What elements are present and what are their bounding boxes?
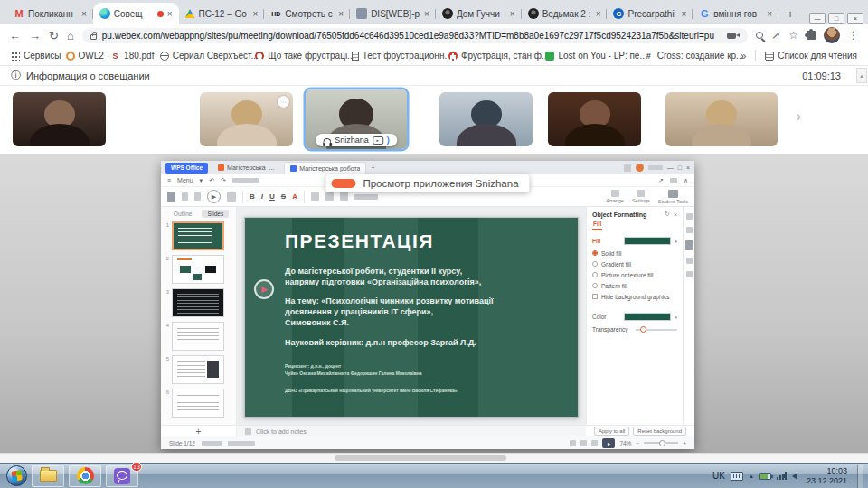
language-indicator[interactable]: UK	[712, 471, 725, 481]
bookmarks-overflow-chevron[interactable]: »	[741, 51, 747, 61]
tab-close-icon[interactable]: ×	[167, 9, 173, 19]
student-tools-button[interactable]: Student Tools	[658, 190, 688, 204]
bookmark-services[interactable]: Сервисы	[11, 51, 53, 61]
tab-close-icon[interactable]: ×	[253, 9, 259, 19]
slide-thumbnail-2[interactable]	[172, 255, 224, 284]
bold-button[interactable]: B	[250, 192, 255, 201]
arrange-button[interactable]: Arrange	[606, 190, 624, 203]
tab-close-icon[interactable]: ×	[596, 9, 601, 19]
color-swatch[interactable]	[624, 313, 671, 321]
reading-view-icon[interactable]	[591, 440, 598, 446]
bookmark-star-icon[interactable]: ☆	[788, 30, 798, 41]
slide-thumbnail-3[interactable]	[172, 288, 224, 317]
slideshow-button[interactable]: ▸	[602, 438, 615, 448]
underline-button[interactable]: U	[269, 192, 275, 201]
undo-icon[interactable]: ↶	[209, 177, 214, 184]
bookmark-pdf[interactable]: S180.pdf	[110, 51, 147, 61]
wps-close-button[interactable]: ×	[686, 164, 690, 171]
help-icon[interactable]	[686, 271, 693, 277]
swatch-caret-icon[interactable]: ▾	[675, 239, 677, 244]
slider-knob[interactable]	[640, 326, 646, 333]
reading-list-button[interactable]: Список для чтения	[765, 51, 857, 61]
layout-icon[interactable]	[624, 164, 631, 172]
bookmark-serial[interactable]: Сериал Сверхъест...	[160, 51, 243, 61]
battery-icon[interactable]	[760, 473, 771, 480]
wps-account-avatar[interactable]	[636, 164, 644, 172]
hidden-icons-arrow[interactable]: ▲	[749, 474, 754, 479]
keyboard-layout-icon[interactable]	[731, 472, 743, 481]
slide-thumbnail-1-selected[interactable]	[172, 221, 224, 250]
window-close-button[interactable]: ×	[847, 13, 863, 24]
copy-icon[interactable]	[194, 192, 201, 201]
browser-menu-dots-icon[interactable]: ⋮	[848, 30, 859, 41]
wps-doc-tab-1[interactable]: Магістерська_...	[212, 162, 279, 174]
tab-gucci[interactable]: Дом Гуччи×	[436, 3, 522, 24]
tab-drive[interactable]: ПС-12 – Go×	[179, 3, 265, 24]
bookmark-frustration-test[interactable]: Тест фрустрационн...	[352, 51, 436, 61]
strikethrough-button[interactable]: S	[281, 192, 286, 201]
option-hide-background[interactable]: Hide background graphics	[592, 294, 677, 300]
bookmark-frustration-state[interactable]: Фрустрація, стан ф...	[448, 51, 533, 61]
tab-gmail[interactable]: MПокликанн×	[7, 3, 93, 24]
align-left-icon[interactable]	[311, 192, 319, 201]
fill-tab[interactable]: Fill	[592, 218, 602, 230]
tab-webex-active[interactable]: Совещ×	[93, 3, 179, 24]
tab-precarpathia[interactable]: CPrecarpathi×	[607, 3, 693, 24]
share-doc-icon[interactable]: ↗	[658, 177, 664, 184]
tab-close-icon[interactable]: ×	[338, 9, 344, 19]
window-minimize-button[interactable]: —	[809, 13, 826, 24]
current-slide[interactable]: ПРЕЗЕНТАЦІЯ До магістерської роботи, сту…	[244, 217, 579, 418]
bookmark-owl2[interactable]: OWL2	[66, 51, 99, 61]
new-slide-icon[interactable]	[227, 192, 236, 202]
fill-color-swatch[interactable]	[624, 237, 671, 245]
option-solid-fill[interactable]: Solid fill	[592, 250, 677, 257]
participant-video-5[interactable]	[548, 92, 641, 146]
option-picture-fill[interactable]: Picture or texture fill	[592, 272, 677, 278]
wps-doc-tab-2-active[interactable]: Магістерська робота	[284, 162, 366, 174]
page-scrollbar-up-arrow[interactable]: ▲	[856, 68, 867, 83]
properties-icon[interactable]	[686, 213, 693, 220]
zoom-in-button[interactable]: +	[683, 440, 686, 446]
apply-to-all-button[interactable]: Apply to all	[594, 427, 629, 436]
align-center-icon[interactable]	[326, 192, 334, 201]
play-from-current-slide-button[interactable]: ▶	[207, 190, 221, 203]
tab-disweb[interactable]: DIS[WEB]-р×	[350, 3, 436, 24]
tab-close-icon[interactable]: ×	[767, 9, 772, 19]
bookmark-lost-on-you[interactable]: Lost on You - LP: пе...	[545, 51, 630, 61]
effects-icon[interactable]	[686, 227, 693, 233]
tab-hd[interactable]: HDСмотреть с×	[264, 3, 350, 24]
profile-avatar[interactable]	[824, 27, 840, 43]
swatch-caret-icon[interactable]: ▾	[675, 314, 677, 320]
participant-video-4[interactable]	[439, 92, 533, 146]
slide-thumbnail-4[interactable]	[172, 322, 224, 351]
zoom-out-button[interactable]: −	[636, 440, 639, 446]
normal-view-icon[interactable]	[570, 440, 576, 446]
reload-button[interactable]: ↻	[49, 30, 59, 42]
bullets-icon[interactable]	[340, 192, 348, 201]
tab-witcher[interactable]: Ведьмак 2 :×	[522, 3, 608, 24]
panel-close-icon[interactable]: ×	[674, 211, 677, 218]
participant-more-badge[interactable]: ⋯	[278, 96, 289, 108]
panel-refresh-icon[interactable]: ↻	[665, 211, 670, 218]
menu-burger-icon[interactable]: ≡	[167, 177, 171, 183]
cut-icon[interactable]	[182, 192, 188, 201]
speaker-icon[interactable]	[792, 473, 797, 480]
zoom-search-icon[interactable]	[756, 32, 763, 39]
scrollbar-handle[interactable]	[335, 455, 506, 461]
url-text[interactable]: pu.webex.com/webappng/sites/pu/meeting/d…	[102, 31, 722, 41]
collapse-ribbon-icon[interactable]: ∧	[684, 177, 688, 184]
address-bar[interactable]: pu.webex.com/webappng/sites/pu/meeting/d…	[82, 28, 748, 43]
clock[interactable]: 10:03 23.12.2021	[807, 466, 847, 485]
wps-new-doc-tab-button[interactable]: +	[371, 164, 374, 171]
slide-thumbnail-6[interactable]	[172, 389, 224, 418]
participant-video-6[interactable]	[665, 92, 778, 146]
settings-button[interactable]: Settings	[632, 190, 650, 203]
animation-icon[interactable]	[686, 258, 693, 264]
participant-video-1[interactable]	[13, 92, 106, 146]
tab-close-icon[interactable]: ×	[424, 9, 429, 19]
bookmark-frustration-article[interactable]: Що таке фрустраці...	[255, 51, 338, 61]
tab-outline[interactable]: Outline	[168, 210, 198, 218]
reset-background-button[interactable]: Reset background	[633, 427, 686, 436]
comment-icon[interactable]	[670, 178, 677, 183]
bookmark-cross[interactable]: #Cross: создание кр...	[644, 51, 728, 61]
